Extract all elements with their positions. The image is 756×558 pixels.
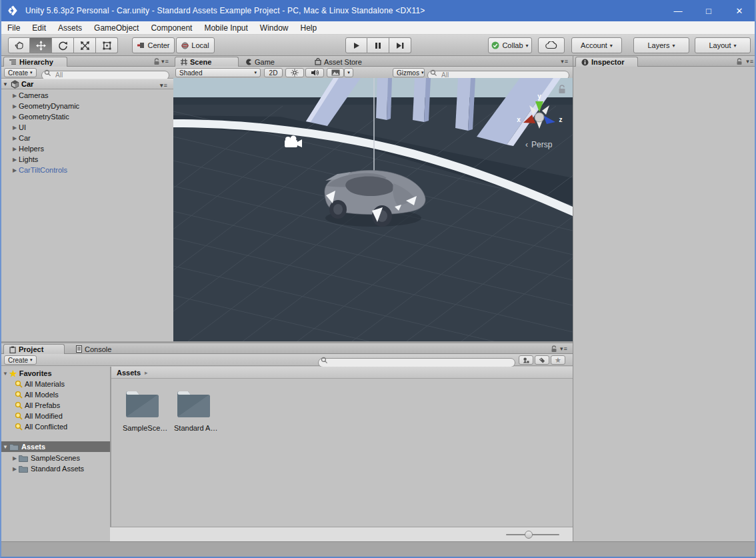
effects-toggle-button[interactable]	[327, 68, 344, 77]
project-search-input[interactable]	[318, 358, 515, 367]
lighting-toggle-button[interactable]	[285, 68, 304, 77]
draw-mode-dropdown[interactable]: Shaded ▾	[175, 68, 261, 77]
local-space-icon	[181, 42, 189, 49]
icon-size-slider-track[interactable]	[506, 534, 559, 535]
move-tool-button[interactable]	[30, 37, 52, 53]
search-by-label-button[interactable]	[535, 355, 549, 365]
menu-assets[interactable]: Assets	[52, 21, 88, 35]
expand-arrow-icon[interactable]: ▶	[11, 146, 19, 152]
expand-arrow-icon[interactable]: ▶	[11, 466, 19, 472]
close-button[interactable]: ✕	[724, 0, 755, 21]
hierarchy-item-lights[interactable]: ▶ Lights	[1, 154, 173, 165]
minimize-button[interactable]: —	[663, 0, 693, 21]
lock-icon[interactable]	[153, 58, 160, 65]
favorites-root[interactable]: ▼ ★ Favorites	[1, 368, 110, 379]
menu-file[interactable]: File	[1, 21, 26, 35]
expand-arrow-icon[interactable]: ▶	[11, 135, 19, 141]
pivot-toggle-button[interactable]: Center	[132, 37, 175, 53]
audio-toggle-button[interactable]	[305, 68, 324, 77]
breadcrumb[interactable]: Assets	[117, 369, 141, 377]
tree-item-standard-assets[interactable]: ▶ Standard Assets	[1, 463, 110, 474]
hierarchy-item-cartiltcontrols[interactable]: ▶ CarTiltControls	[1, 165, 173, 175]
play-button[interactable]	[345, 37, 367, 53]
tab-game[interactable]: Game	[245, 57, 275, 67]
favorites-all-prefabs[interactable]: All Prefabs	[1, 400, 110, 411]
panel-menu-icon[interactable]: ▾≡	[560, 345, 568, 352]
tab-project[interactable]: Project	[3, 344, 65, 354]
asset-folder-standard-assets[interactable]: Standard A…	[174, 388, 213, 432]
step-button[interactable]	[389, 37, 411, 53]
tab-inspector[interactable]: Inspector	[575, 57, 638, 67]
projection-label[interactable]: Persp	[531, 140, 553, 149]
gizmos-dropdown[interactable]: Gizmos ▾	[393, 68, 425, 77]
menu-edit[interactable]: Edit	[26, 21, 52, 35]
pause-button[interactable]	[367, 37, 389, 53]
asset-folder-samplescenes[interactable]: SampleSce…	[123, 388, 161, 432]
scene-grid-icon	[181, 59, 187, 65]
favorites-all-models[interactable]: All Models	[1, 389, 110, 400]
tree-item-samplescenes[interactable]: ▶ SampleScenes	[1, 453, 110, 463]
hierarchy-item-geometrydynamic[interactable]: ▶ GeometryDynamic	[1, 101, 173, 111]
rotate-tool-button[interactable]	[52, 37, 74, 53]
search-by-type-button[interactable]	[519, 355, 533, 365]
cloud-services-button[interactable]	[538, 37, 565, 53]
tab-console[interactable]: Console	[76, 344, 111, 354]
expand-arrow-icon[interactable]: ▼	[1, 444, 9, 450]
space-toggle-button[interactable]: Local	[176, 37, 215, 53]
icon-size-slider-knob[interactable]	[525, 531, 533, 539]
scene-root-menu-icon[interactable]: ▾≡	[160, 82, 168, 89]
move-icon	[36, 41, 46, 51]
expand-arrow-icon[interactable]: ▶	[11, 455, 19, 461]
panel-menu-icon[interactable]: ▾≡	[746, 58, 754, 65]
hierarchy-item-car[interactable]: ▶ Car	[1, 133, 173, 143]
axis-x-label: x	[517, 116, 521, 123]
assets-root-row[interactable]: ▼ Assets	[1, 441, 110, 452]
toggle-2d-button[interactable]: 2D	[264, 68, 283, 77]
expand-arrow-icon[interactable]: ▶	[11, 93, 19, 99]
layout-dropdown[interactable]: Layout ▾	[695, 37, 751, 53]
menu-help[interactable]: Help	[295, 21, 323, 35]
hierarchy-create-button[interactable]: Create ▾	[4, 68, 37, 77]
hierarchy-item-ui[interactable]: ▶ UI	[1, 122, 173, 133]
expand-arrow-icon[interactable]: ▶	[11, 114, 19, 120]
hierarchy-item-cameras[interactable]: ▶ Cameras	[1, 90, 173, 101]
tab-scene[interactable]: Scene	[175, 57, 239, 67]
expand-arrow-icon[interactable]: ▶	[11, 125, 19, 131]
scene-viewport[interactable]: y x z ‹ Persp	[173, 78, 573, 341]
effects-dropdown-arrow[interactable]: ▾	[344, 68, 353, 77]
favorites-all-materials[interactable]: All Materials	[1, 379, 110, 389]
unity-scene-icon	[11, 80, 19, 89]
lock-icon[interactable]	[736, 58, 743, 65]
hierarchy-item-helpers[interactable]: ▶ Helpers	[1, 143, 173, 154]
favorites-all-conflicted[interactable]: All Conflicted	[1, 421, 110, 432]
lock-icon[interactable]	[551, 345, 557, 353]
maximize-button[interactable]: □	[693, 0, 724, 21]
hierarchy-list-icon	[9, 59, 17, 65]
panel-menu-icon[interactable]: ▾≡	[161, 58, 169, 65]
menu-mobile-input[interactable]: Mobile Input	[198, 21, 253, 35]
account-dropdown[interactable]: Account ▾	[571, 37, 622, 53]
project-create-button[interactable]: Create ▾	[4, 355, 37, 365]
panel-menu-icon[interactable]: ▾≡	[561, 58, 569, 65]
menu-window[interactable]: Window	[254, 21, 295, 35]
scene-root-row[interactable]: ▼ Car ▾≡	[1, 79, 173, 89]
hierarchy-item-geometrystatic[interactable]: ▶ GeometryStatic	[1, 111, 173, 122]
expand-arrow-icon[interactable]: ▶	[11, 167, 19, 173]
expand-arrow-icon[interactable]: ▼	[1, 371, 9, 377]
expand-arrow-icon[interactable]: ▼	[1, 81, 9, 87]
rect-tool-button[interactable]	[96, 37, 118, 53]
favorites-filter-button[interactable]: ★	[551, 355, 565, 365]
layers-dropdown[interactable]: Layers ▾	[633, 37, 689, 53]
tab-hierarchy[interactable]: Hierarchy	[3, 57, 67, 67]
collab-button[interactable]: Collab ▾	[488, 37, 532, 53]
scale-tool-button[interactable]	[74, 37, 96, 53]
favorites-all-modified[interactable]: All Modified	[1, 411, 110, 421]
expand-arrow-icon[interactable]: ▶	[11, 157, 19, 163]
menu-gameobject[interactable]: GameObject	[88, 21, 145, 35]
hand-tool-button[interactable]	[8, 37, 30, 53]
axis-center-ball[interactable]	[535, 113, 544, 122]
menu-component[interactable]: Component	[145, 21, 198, 35]
persp-arrow-icon: ‹	[525, 140, 528, 149]
expand-arrow-icon[interactable]: ▶	[11, 103, 19, 109]
tab-asset-store[interactable]: Asset Store	[315, 57, 362, 67]
